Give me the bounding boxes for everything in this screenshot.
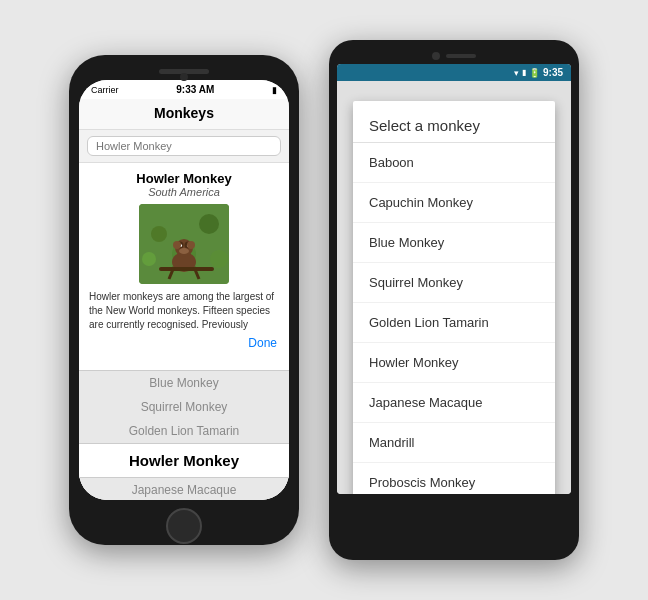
monkey-description: Howler monkeys are among the largest of … <box>89 290 279 332</box>
home-button[interactable] <box>166 508 202 544</box>
monkey-list: Baboon Capuchin Monkey Blue Monkey Squir… <box>353 143 555 494</box>
picker-item[interactable]: Japanese Macaque <box>79 478 289 500</box>
picker-item[interactable]: Golden Lion Tamarin <box>79 419 289 443</box>
dialog-title: Select a monkey <box>353 101 555 143</box>
svg-point-12 <box>179 248 189 254</box>
svg-rect-15 <box>159 267 214 271</box>
picker-item-selected[interactable]: Howler Monkey <box>79 443 289 478</box>
iphone-search-bar[interactable] <box>79 130 289 163</box>
signal-icon: ▮ <box>522 68 526 77</box>
svg-point-2 <box>199 214 219 234</box>
svg-point-14 <box>187 241 195 249</box>
list-item-japanese[interactable]: Japanese Macaque <box>353 383 555 423</box>
iphone-navbar: Monkeys <box>79 99 289 130</box>
list-item-golden-lion[interactable]: Golden Lion Tamarin <box>353 303 555 343</box>
status-icons: ▾ ▮ 🔋 9:35 <box>514 67 563 78</box>
search-input[interactable] <box>87 136 281 156</box>
android-bottom <box>337 494 571 506</box>
list-item-howler[interactable]: Howler Monkey <box>353 343 555 383</box>
list-item-capuchin[interactable]: Capuchin Monkey <box>353 183 555 223</box>
iphone-title: Monkeys <box>79 105 289 121</box>
iphone-main-content: Howler Monkey South America <box>79 163 289 500</box>
svg-point-1 <box>151 226 167 242</box>
picker-overlay[interactable]: Blue Monkey Squirrel Monkey Golden Lion … <box>79 370 289 500</box>
phones-container: Carrier 9:33 AM ▮ Monkeys Howler Monkey … <box>49 20 599 580</box>
monkey-name: Howler Monkey <box>89 171 279 186</box>
picker-item[interactable]: Blue Monkey <box>79 371 289 395</box>
carrier-label: Carrier <box>91 85 119 95</box>
list-item-baboon[interactable]: Baboon <box>353 143 555 183</box>
svg-point-5 <box>210 250 228 268</box>
android-dialog: Select a monkey Baboon Capuchin Monkey B… <box>353 101 555 494</box>
battery-icon: 🔋 <box>529 68 540 78</box>
picker-list: Blue Monkey Squirrel Monkey Golden Lion … <box>79 371 289 500</box>
list-item-mandrill[interactable]: Mandrill <box>353 423 555 463</box>
android-top <box>337 48 571 64</box>
android-screen: ▾ ▮ 🔋 9:35 Select a monkey Baboon Capuch… <box>337 64 571 494</box>
done-button[interactable]: Done <box>89 336 279 350</box>
android-content: Select a monkey Baboon Capuchin Monkey B… <box>337 81 571 494</box>
android-speaker <box>446 54 476 58</box>
svg-point-13 <box>173 241 181 249</box>
android-time: 9:35 <box>543 67 563 78</box>
monkey-image <box>139 204 229 284</box>
picker-item[interactable]: Squirrel Monkey <box>79 395 289 419</box>
wifi-icon: ▾ <box>514 68 519 78</box>
iphone-statusbar: Carrier 9:33 AM ▮ <box>79 80 289 99</box>
svg-point-4 <box>142 252 156 266</box>
android-camera <box>432 52 440 60</box>
iphone-battery: ▮ <box>272 85 277 95</box>
android-statusbar: ▾ ▮ 🔋 9:35 <box>337 64 571 81</box>
monkey-region: South America <box>89 186 279 198</box>
list-item-proboscis[interactable]: Proboscis Monkey <box>353 463 555 494</box>
list-item-squirrel[interactable]: Squirrel Monkey <box>353 263 555 303</box>
android-device: ▾ ▮ 🔋 9:35 Select a monkey Baboon Capuch… <box>329 40 579 560</box>
list-item-blue[interactable]: Blue Monkey <box>353 223 555 263</box>
iphone-device: Carrier 9:33 AM ▮ Monkeys Howler Monkey … <box>69 55 299 545</box>
iphone-screen: Carrier 9:33 AM ▮ Monkeys Howler Monkey … <box>79 80 289 500</box>
monkey-detail: Howler Monkey South America <box>79 163 289 358</box>
iphone-time: 9:33 AM <box>176 84 214 95</box>
